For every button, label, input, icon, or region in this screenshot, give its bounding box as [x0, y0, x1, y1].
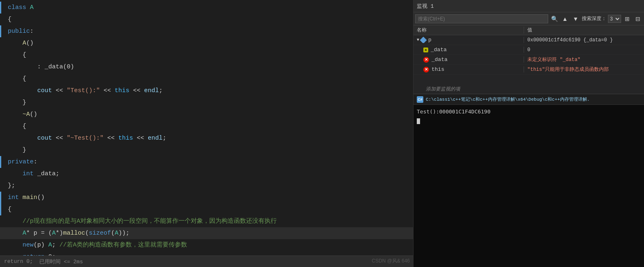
- watch-name-text: this: [432, 66, 444, 72]
- line-content: int main(): [8, 192, 413, 204]
- line-content: A(): [8, 37, 413, 49]
- console-cursor: [417, 118, 420, 124]
- code-line: {: [0, 14, 413, 25]
- watch-row-value-cell: 0: [524, 47, 644, 53]
- code-line: int _data;: [0, 168, 413, 180]
- watch-row-value-cell: 0x000001c1f4dc6190 {_data=0 }: [524, 37, 644, 43]
- console-path: C:\class1\c++笔记\c和c++内存管理详解\x64\Debug\c和…: [426, 96, 590, 102]
- code-area: class A{public: A() { : _data(0) { cout …: [0, 0, 413, 267]
- code-panel: class A{public: A() { : _data(0) { cout …: [0, 0, 414, 267]
- line-content: {: [8, 120, 413, 132]
- arrow-up-button[interactable]: ▲: [560, 14, 569, 23]
- console-header: C# C:\class1\c++笔记\c和c++内存管理详解\x64\Debug…: [414, 94, 644, 105]
- add-watch-item[interactable]: 添加要监视的项: [414, 84, 644, 94]
- watch-col-name-header: 名称: [414, 27, 524, 34]
- watch-row[interactable]: ✕this"this"只能用于非静态成员函数内部: [414, 65, 644, 75]
- line-content: new(p) A; //若A类的构造函数有参数，这里就需要传参数: [8, 239, 413, 251]
- depth-label: 搜索深度：: [582, 15, 606, 22]
- arrow-down-button[interactable]: ▼: [571, 14, 580, 23]
- watch-row-value-cell: "this"只能用于非静态成员函数内部: [524, 66, 644, 73]
- watch-title: 监视 1: [417, 2, 434, 10]
- watch-row[interactable]: ▼p0x000001c1f4dc6190 {_data=0 }: [414, 35, 644, 45]
- line-content: int _data;: [8, 168, 413, 180]
- line-content: };: [8, 180, 413, 192]
- code-line: private:: [0, 156, 413, 168]
- depth-select[interactable]: 3: [608, 15, 621, 23]
- status-bar: return 0; 已用时间 <= 2ms: [0, 256, 413, 267]
- code-line: int main(): [0, 192, 413, 204]
- watch-row-name-cell: ▼p: [414, 37, 524, 43]
- watch-row-value-cell: 未定义标识符 "_data": [524, 56, 644, 63]
- code-line: A* p = (A*)malloc(sizeof(A));: [0, 227, 413, 239]
- watch-row[interactable]: ✕_data未定义标识符 "_data": [414, 55, 644, 65]
- watch-toolbar: 🔍 ▲ ▼ 搜索深度： 3 ⊞ ⊟: [414, 12, 644, 25]
- line-content: }: [8, 97, 413, 109]
- diamond-icon: [420, 37, 427, 43]
- code-line: }: [0, 144, 413, 156]
- code-line: public:: [0, 25, 413, 37]
- code-line: class A: [0, 2, 413, 14]
- line-content: cout << "~Test():" << this << endl;: [8, 132, 413, 144]
- code-line: cout << "Test():" << this << endl;: [0, 85, 413, 97]
- data-icon: a: [423, 48, 428, 52]
- line-content: {: [8, 73, 413, 85]
- return-status: return 0;: [4, 258, 39, 265]
- watch-col-value-header: 值: [524, 27, 644, 34]
- line-content: A* p = (A*)malloc(sizeof(A));: [8, 227, 413, 239]
- watch-name-text: p: [428, 37, 432, 43]
- code-line: ~A(): [0, 109, 413, 120]
- console-output-line: Test():000001C1F4DC6190: [417, 107, 641, 116]
- code-line: {: [0, 49, 413, 61]
- line-content: {: [8, 14, 413, 25]
- code-line: {: [0, 204, 413, 215]
- right-panel: 监视 1 🔍 ▲ ▼ 搜索深度： 3 ⊞ ⊟ 名称 值 ▼p0x000001c1…: [414, 0, 644, 267]
- expand-icon-button[interactable]: ⊟: [633, 14, 642, 23]
- line-content: class A: [8, 2, 413, 14]
- code-line: };: [0, 180, 413, 192]
- line-content: }: [8, 144, 413, 156]
- watch-panel: 监视 1 🔍 ▲ ▼ 搜索深度： 3 ⊞ ⊟ 名称 值 ▼p0x000001c1…: [414, 0, 644, 94]
- line-content: private:: [8, 156, 413, 168]
- columns-icon-button[interactable]: ⊞: [623, 14, 632, 23]
- error-icon: ✕: [423, 57, 429, 63]
- code-line: cout << "~Test():" << this << endl;: [0, 132, 413, 144]
- watch-row-name-cell: a_data: [414, 47, 524, 53]
- watch-headers: 名称 值: [414, 25, 644, 35]
- watch-name-text: _data: [431, 47, 447, 53]
- code-line: {: [0, 120, 413, 132]
- code-line: }: [0, 97, 413, 109]
- line-content: cout << "Test():" << this << endl;: [8, 85, 413, 97]
- code-line: : _data(0): [0, 61, 413, 73]
- watch-row-name-cell: ✕this: [414, 66, 524, 72]
- expand-arrow-icon[interactable]: ▼: [417, 38, 419, 42]
- line-content: {: [8, 49, 413, 61]
- console-output-line: [417, 116, 641, 125]
- error-icon: ✕: [423, 67, 429, 72]
- code-line: new(p) A; //若A类的构造函数有参数，这里就需要传参数: [0, 239, 413, 251]
- watch-row[interactable]: a_data0: [414, 45, 644, 55]
- watch-name-text: _data: [432, 57, 447, 63]
- search-icon-button[interactable]: 🔍: [550, 14, 559, 23]
- status-time: 已用时间 <= 2ms: [39, 258, 83, 265]
- console-body: Test():000001C1F4DC6190: [414, 105, 644, 267]
- console-panel: C# C:\class1\c++笔记\c和c++内存管理详解\x64\Debug…: [414, 94, 644, 267]
- watch-row-name-cell: ✕_data: [414, 57, 524, 63]
- line-content: public:: [8, 25, 413, 37]
- line-content: //p现在指向的是与A对象相同大小的一段空间，不能算作一个对象，因为构造函数还没…: [8, 215, 413, 227]
- code-line: //p现在指向的是与A对象相同大小的一段空间，不能算作一个对象，因为构造函数还没…: [0, 215, 413, 227]
- console-cs-icon: C#: [417, 96, 423, 103]
- watch-search-input[interactable]: [415, 14, 548, 23]
- line-content: : _data(0): [8, 61, 413, 73]
- code-line: A(): [0, 37, 413, 49]
- watch-rows: ▼p0x000001c1f4dc6190 {_data=0 }a_data0✕_…: [414, 35, 644, 84]
- watermark: CSDN @风& 646: [372, 258, 410, 265]
- code-line: {: [0, 73, 413, 85]
- line-content: ~A(): [8, 109, 413, 120]
- line-content: {: [8, 204, 413, 215]
- watch-title-bar: 监视 1: [414, 0, 644, 12]
